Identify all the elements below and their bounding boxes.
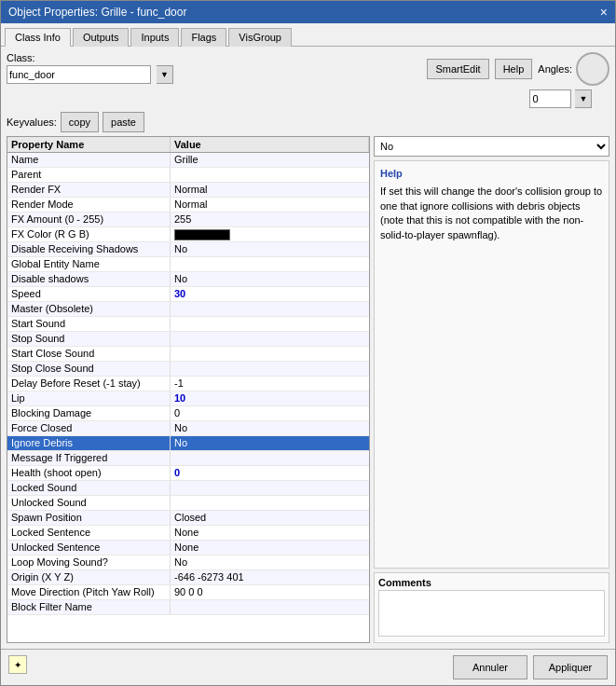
property-name-cell: Blocking Damage	[7, 406, 171, 420]
table-row[interactable]: Master (Obsolete)	[7, 302, 369, 317]
property-name-cell: Locked Sentence	[7, 526, 171, 540]
class-input[interactable]	[7, 65, 151, 84]
help-button[interactable]: Help	[495, 59, 533, 79]
property-value-cell: 10	[171, 391, 369, 405]
comments-box: Comments	[374, 572, 609, 643]
property-name-cell: Lip	[7, 391, 171, 405]
property-value-cell	[171, 362, 369, 376]
tab-bar: Class Info Outputs Inputs Flags VisGroup	[1, 23, 615, 47]
tab-flags[interactable]: Flags	[181, 28, 226, 47]
table-row[interactable]: Blocking Damage0	[7, 406, 369, 421]
table-row[interactable]: FX Color (R G B)	[7, 227, 369, 242]
table-row[interactable]: Stop Close Sound	[7, 362, 369, 377]
property-value-cell	[171, 451, 369, 465]
table-row[interactable]: Global Entity Name	[7, 257, 369, 272]
property-name-cell: Stop Close Sound	[7, 362, 171, 376]
table-row[interactable]: Stop Sound	[7, 332, 369, 347]
table-row[interactable]: Parent	[7, 168, 369, 183]
property-value-cell: 0	[171, 406, 369, 420]
property-name-cell: FX Color (R G B)	[7, 227, 171, 241]
table-row[interactable]: Start Close Sound	[7, 347, 369, 362]
paste-button[interactable]: paste	[103, 112, 144, 132]
comments-input[interactable]	[378, 590, 605, 637]
table-row[interactable]: Start Sound	[7, 317, 369, 332]
value-dropdown[interactable]: No Yes	[374, 136, 609, 157]
angle-dropdown-arrow[interactable]: ▼	[575, 89, 592, 108]
window-title: Object Properties: Grille - func_door	[8, 6, 186, 19]
main-section: Property Name Value NameGrilleParentRend…	[7, 136, 609, 643]
help-box: Help If set this will change the door's …	[374, 160, 609, 569]
table-row[interactable]: Locked Sound	[7, 481, 369, 496]
table-row[interactable]: Delay Before Reset (-1 stay)-1	[7, 377, 369, 391]
copy-button[interactable]: copy	[61, 112, 99, 132]
comments-label: Comments	[378, 577, 605, 588]
property-value-cell: 30	[171, 287, 369, 301]
table-row[interactable]: FX Amount (0 - 255)255	[7, 213, 369, 227]
property-value-cell: No	[171, 436, 369, 450]
property-name-cell: Global Entity Name	[7, 257, 171, 271]
property-name-cell: Name	[7, 153, 171, 167]
tab-class-info[interactable]: Class Info	[5, 28, 71, 47]
table-row[interactable]: Spawn PositionClosed	[7, 511, 369, 526]
help-text: If set this will change the door's colli…	[380, 185, 603, 242]
table-row[interactable]: Disable shadowsNo	[7, 272, 369, 287]
bottom-bar: ✦ Annuler Appliquer	[1, 649, 615, 685]
property-value-cell	[171, 481, 369, 495]
appliquer-button[interactable]: Appliquer	[533, 655, 608, 679]
angle-input[interactable]	[529, 89, 571, 108]
tab-outputs[interactable]: Outputs	[73, 28, 130, 47]
property-value-cell: 255	[171, 213, 369, 226]
close-button[interactable]: ×	[600, 5, 608, 20]
properties-table: Property Name Value NameGrilleParentRend…	[7, 136, 370, 643]
annuler-button[interactable]: Annuler	[453, 655, 527, 679]
property-name-cell: Unlocked Sentence	[7, 541, 171, 555]
tab-inputs[interactable]: Inputs	[130, 28, 179, 47]
property-name-cell: Render FX	[7, 183, 171, 197]
table-row[interactable]: Origin (X Y Z)-646 -6273 401	[7, 570, 369, 585]
col-value: Value	[171, 137, 369, 152]
property-value-cell	[171, 332, 369, 346]
property-name-cell: Start Close Sound	[7, 347, 171, 361]
class-label: Class:	[7, 52, 35, 63]
property-value-cell: -1	[171, 377, 369, 391]
keyvalues-row: Keyvalues: copy paste	[7, 112, 609, 132]
table-row[interactable]: Health (shoot open)0	[7, 466, 369, 481]
property-value-cell	[171, 257, 369, 271]
class-dropdown-arrow[interactable]: ▼	[157, 65, 173, 84]
property-name-cell: Disable shadows	[7, 272, 171, 286]
table-header: Property Name Value	[7, 137, 369, 153]
table-row[interactable]: Unlocked SentenceNone	[7, 541, 369, 556]
property-name-cell: Stop Sound	[7, 332, 171, 346]
table-row[interactable]: Loop Moving Sound?No	[7, 556, 369, 570]
main-window: Object Properties: Grille - func_door × …	[0, 0, 616, 686]
property-value-cell: 0	[171, 466, 369, 480]
table-row[interactable]: NameGrille	[7, 153, 369, 168]
property-value-cell: Normal	[171, 183, 369, 197]
property-value-cell	[171, 347, 369, 361]
color-swatch	[174, 229, 230, 240]
table-row[interactable]: Block Filter Name	[7, 600, 369, 615]
table-row[interactable]: Lip10	[7, 391, 369, 406]
table-row[interactable]: Move Direction (Pitch Yaw Roll)90 0 0	[7, 585, 369, 600]
property-value-cell: 90 0 0	[171, 585, 369, 599]
table-row[interactable]: Render FXNormal	[7, 183, 369, 198]
table-row[interactable]: Ignore DebrisNo	[7, 436, 369, 451]
table-row[interactable]: Speed30	[7, 287, 369, 302]
table-row[interactable]: Disable Receiving ShadowsNo	[7, 242, 369, 257]
property-value-cell: No	[171, 421, 369, 435]
right-panel: No Yes Help If set this will change the …	[374, 136, 609, 643]
property-value-cell: None	[171, 541, 369, 555]
property-name-cell: Parent	[7, 168, 171, 182]
table-row[interactable]: Locked SentenceNone	[7, 526, 369, 541]
property-value-cell: No	[171, 556, 369, 569]
property-name-cell: Health (shoot open)	[7, 466, 171, 480]
smart-edit-button[interactable]: SmartEdit	[427, 59, 488, 79]
table-row[interactable]: Unlocked Sound	[7, 496, 369, 511]
table-row[interactable]: Force ClosedNo	[7, 421, 369, 436]
title-bar: Object Properties: Grille - func_door ×	[1, 1, 615, 23]
tab-visgroup[interactable]: VisGroup	[228, 28, 292, 47]
property-name-cell: Block Filter Name	[7, 600, 171, 614]
property-value-cell: None	[171, 526, 369, 540]
table-row[interactable]: Message If Triggered	[7, 451, 369, 466]
table-row[interactable]: Render ModeNormal	[7, 198, 369, 213]
